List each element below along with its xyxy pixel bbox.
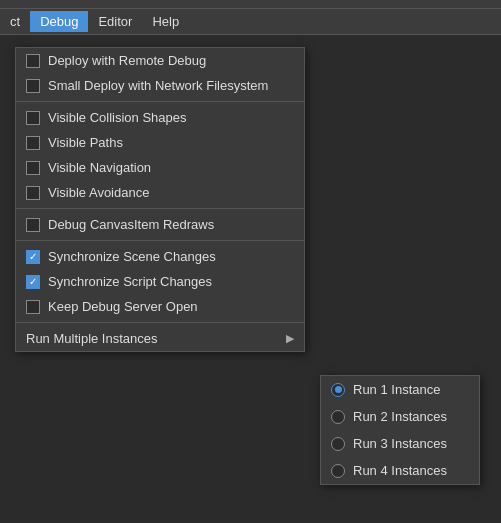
menu-help[interactable]: Help [142,11,189,32]
radio-run-4 [331,464,345,478]
label-keep-debug-server: Keep Debug Server Open [48,299,294,314]
label-small-deploy-network: Small Deploy with Network Filesystem [48,78,294,93]
menu-row-debug-canvas-redraws[interactable]: Debug CanvasItem Redraws [16,212,304,237]
label-visible-navigation: Visible Navigation [48,160,294,175]
menu-debug[interactable]: Debug [30,11,88,32]
menu-row-keep-debug-server[interactable]: Keep Debug Server Open [16,294,304,319]
menu-divider [16,101,304,102]
menu-row-small-deploy-network[interactable]: Small Deploy with Network Filesystem [16,73,304,98]
checkbox-visible-navigation [26,161,40,175]
menu-row-sync-scene-changes[interactable]: Synchronize Scene Changes [16,244,304,269]
menu-editor[interactable]: Editor [88,11,142,32]
label-debug-canvas-redraws: Debug CanvasItem Redraws [48,217,294,232]
checkbox-visible-avoidance [26,186,40,200]
checkbox-visible-collision-shapes [26,111,40,125]
label-sync-script-changes: Synchronize Script Changes [48,274,294,289]
checkbox-small-deploy-network [26,79,40,93]
run-instances-submenu: Run 1 InstanceRun 2 InstancesRun 3 Insta… [320,375,480,485]
radio-run-1 [331,383,345,397]
label-visible-avoidance: Visible Avoidance [48,185,294,200]
menu-row-visible-paths[interactable]: Visible Paths [16,130,304,155]
menu-divider [16,322,304,323]
title-bar [0,0,501,9]
submenu-row-run-1[interactable]: Run 1 Instance [321,376,479,403]
label-visible-collision-shapes: Visible Collision Shapes [48,110,294,125]
label-deploy-remote-debug: Deploy with Remote Debug [48,53,294,68]
menu-row-run-multiple-instances[interactable]: Run Multiple Instances▶ [16,326,304,351]
checkbox-sync-scene-changes [26,250,40,264]
submenu-row-run-2[interactable]: Run 2 Instances [321,403,479,430]
debug-dropdown: Deploy with Remote DebugSmall Deploy wit… [15,47,305,352]
checkbox-keep-debug-server [26,300,40,314]
label-run-multiple-instances: Run Multiple Instances [26,331,286,346]
menu-bar: ct Debug Editor Help [0,9,501,35]
radio-run-2 [331,410,345,424]
menu-row-visible-navigation[interactable]: Visible Navigation [16,155,304,180]
submenu-arrow-run-multiple-instances: ▶ [286,332,294,345]
submenu-row-run-3[interactable]: Run 3 Instances [321,430,479,457]
checkbox-sync-script-changes [26,275,40,289]
radio-run-3 [331,437,345,451]
checkbox-debug-canvas-redraws [26,218,40,232]
submenu-row-run-4[interactable]: Run 4 Instances [321,457,479,484]
label-run-2: Run 2 Instances [353,409,447,424]
checkbox-deploy-remote-debug [26,54,40,68]
label-visible-paths: Visible Paths [48,135,294,150]
menu-row-deploy-remote-debug[interactable]: Deploy with Remote Debug [16,48,304,73]
menu-row-visible-avoidance[interactable]: Visible Avoidance [16,180,304,205]
menu-row-visible-collision-shapes[interactable]: Visible Collision Shapes [16,105,304,130]
menu-scene[interactable]: ct [0,11,30,32]
label-run-3: Run 3 Instances [353,436,447,451]
checkbox-visible-paths [26,136,40,150]
label-sync-scene-changes: Synchronize Scene Changes [48,249,294,264]
menu-divider [16,208,304,209]
menu-row-sync-script-changes[interactable]: Synchronize Script Changes [16,269,304,294]
label-run-4: Run 4 Instances [353,463,447,478]
label-run-1: Run 1 Instance [353,382,440,397]
menu-divider [16,240,304,241]
